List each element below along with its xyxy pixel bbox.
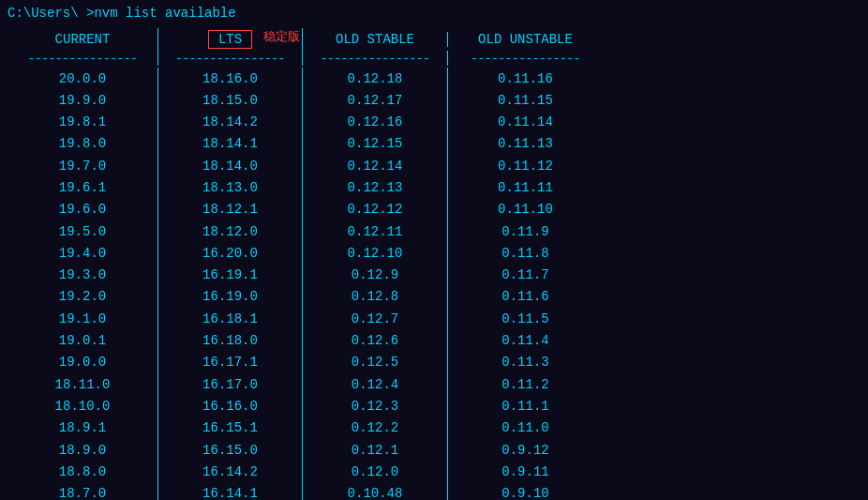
table-row: 0.12.17 [303,89,447,111]
divider-old-stable: ---------------- [303,51,448,66]
table-row: 0.11.7 [448,265,603,286]
table-row: 16.14.1 [158,483,302,500]
terminal-window: C:\Users\ >nvm list available CURRENT LT… [0,0,868,500]
table-row: 18.12.1 [158,199,302,220]
table-row: 0.11.14 [448,112,603,133]
table-row: 19.8.0 [7,133,157,155]
table-row: 19.5.0 [7,220,157,242]
table-row: 0.12.10 [303,242,447,264]
table-row: 0.11.16 [448,68,603,89]
table-row: 19.3.0 [7,265,157,286]
table-row: 0.11.2 [448,373,603,395]
table-row: 0.12.14 [303,155,447,176]
table-row: 0.12.16 [303,112,447,133]
command-line: C:\Users\ >nvm list available [7,6,861,21]
table-row: 0.11.9 [448,220,603,242]
col-current-data: 20.0.019.9.019.8.119.8.019.7.019.6.119.6… [7,68,157,500]
table-row: 0.11.5 [448,308,603,329]
table-row: 20.0.0 [7,68,157,89]
table-row: 16.15.1 [158,417,302,439]
table-row: 18.14.0 [158,155,302,176]
divider-row: ---------------- ---------------- ------… [7,51,861,66]
table-row: 0.10.48 [303,483,447,500]
table-row: 0.12.18 [303,68,447,89]
table-row: 16.15.0 [158,439,302,461]
table-row: 0.12.11 [303,220,447,242]
table-row: 0.11.13 [448,133,603,155]
table-row: 0.11.11 [448,176,603,198]
table-row: 0.12.5 [303,352,447,373]
version-table: CURRENT LTS 稳定版 OLD STABLE OLD UNSTABLE … [7,28,861,500]
table-row: 18.16.0 [158,68,302,89]
table-row: 0.12.4 [303,373,447,395]
table-row: 16.17.1 [158,352,302,373]
table-row: 0.12.15 [303,133,447,155]
table-row: 0.12.2 [303,417,447,439]
table-row: 0.12.1 [303,439,447,461]
table-row: 18.10.0 [7,395,157,417]
table-row: 0.11.1 [448,395,603,417]
table-row: 16.18.1 [158,308,302,329]
table-row: 18.8.0 [7,461,157,482]
table-data: 20.0.019.9.019.8.119.8.019.7.019.6.119.6… [7,68,861,500]
table-row: 0.12.0 [303,461,447,482]
col-old-stable-data: 0.12.180.12.170.12.160.12.150.12.140.12.… [303,68,448,500]
table-row: 0.11.0 [448,417,603,439]
table-row: 18.14.2 [158,112,302,133]
table-row: 0.9.12 [448,439,603,461]
lts-header: LTS 稳定版 [157,28,303,51]
divider-lts: ---------------- [157,51,303,66]
table-row: 19.6.1 [7,176,157,198]
table-row: 19.9.0 [7,89,157,111]
divider-old-unstable: ---------------- [448,51,603,66]
table-row: 18.9.0 [7,439,157,461]
table-row: 0.12.12 [303,199,447,220]
table-row: 18.11.0 [7,373,157,395]
table-header-row: CURRENT LTS 稳定版 OLD STABLE OLD UNSTABLE [7,28,861,51]
col-lts-data: 18.16.018.15.018.14.218.14.118.14.018.13… [157,68,303,500]
table-row: 0.11.15 [448,89,603,111]
table-row: 0.12.13 [303,176,447,198]
table-row: 0.9.10 [448,483,603,500]
stable-label: 稳定版 [263,28,300,45]
table-row: 19.0.1 [7,330,157,352]
table-row: 0.11.4 [448,330,603,352]
table-row: 0.11.12 [448,155,603,176]
table-row: 18.13.0 [158,176,302,198]
table-row: 0.11.8 [448,242,603,264]
table-row: 0.12.3 [303,395,447,417]
table-row: 18.12.0 [158,220,302,242]
table-row: 18.14.1 [158,133,302,155]
table-row: 19.7.0 [7,155,157,176]
table-row: 16.18.0 [158,330,302,352]
table-row: 0.12.6 [303,330,447,352]
col-old-unstable-data: 0.11.160.11.150.11.140.11.130.11.120.11.… [448,68,603,500]
table-row: 0.12.8 [303,286,447,308]
divider-current: ---------------- [7,51,157,66]
table-row: 18.9.1 [7,417,157,439]
table-row: 0.11.3 [448,352,603,373]
table-row: 16.17.0 [158,373,302,395]
table-row: 18.15.0 [158,89,302,111]
table-row: 19.6.0 [7,199,157,220]
prompt-text: C:\Users\ >nvm list available [7,6,236,21]
table-row: 16.19.0 [158,286,302,308]
table-row: 16.19.1 [158,265,302,286]
table-row: 19.4.0 [7,242,157,264]
table-row: 19.1.0 [7,308,157,329]
table-row: 16.16.0 [158,395,302,417]
table-row: 0.11.6 [448,286,603,308]
table-row: 18.7.0 [7,483,157,500]
table-row: 16.20.0 [158,242,302,264]
old-stable-header: OLD STABLE [303,32,448,47]
table-row: 19.2.0 [7,286,157,308]
table-row: 0.12.9 [303,265,447,286]
table-row: 19.0.0 [7,352,157,373]
table-row: 19.8.1 [7,112,157,133]
table-row: 0.9.11 [448,461,603,482]
old-unstable-header: OLD UNSTABLE [448,32,603,47]
table-row: 0.12.7 [303,308,447,329]
current-header: CURRENT [7,32,157,47]
table-row: 16.14.2 [158,461,302,482]
table-row: 0.11.10 [448,199,603,220]
